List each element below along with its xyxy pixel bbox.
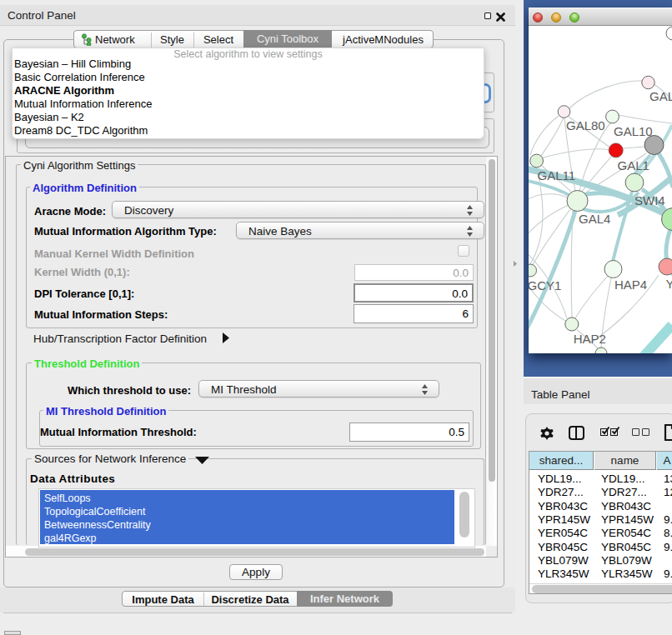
svg-text:SWI4: SWI4	[634, 193, 665, 208]
svg-text:HAP4: HAP4	[614, 278, 647, 292]
svg-text:GAL80: GAL80	[566, 118, 605, 132]
svg-text:GAL10: GAL10	[614, 124, 653, 138]
svg-text:GAL1: GAL1	[618, 158, 649, 172]
svg-text:GCY1: GCY1	[529, 278, 561, 292]
svg-text:GAL11: GAL11	[538, 168, 576, 182]
svg-text:GAL4: GAL4	[579, 212, 610, 226]
svg-text:GAL2: GAL2	[649, 89, 672, 103]
svg-text:HAP2: HAP2	[574, 332, 606, 346]
svg-text:YM: YM	[666, 277, 672, 291]
